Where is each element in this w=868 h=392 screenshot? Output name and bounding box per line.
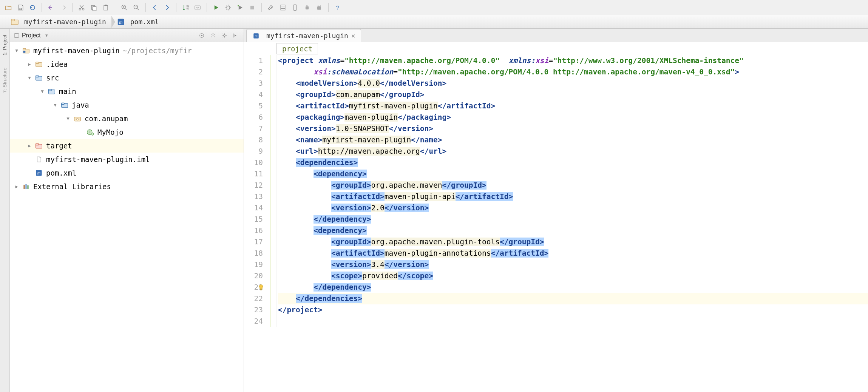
twisty-icon[interactable]: ▶ (14, 184, 20, 189)
tree-item-com-anupam[interactable]: ▼com.anupam (10, 112, 244, 125)
code-line-13[interactable]: <artifactId>maven-plugin-api</artifactId… (278, 191, 868, 202)
svg-point-28 (201, 35, 202, 36)
code-line-10[interactable]: <dependencies> (278, 157, 868, 168)
code-line-9[interactable]: <url>http://maven.apache.org</url> (278, 146, 868, 157)
code-line-23[interactable]: </project> (278, 304, 868, 316)
run-button[interactable] (211, 2, 221, 13)
debug-button[interactable] (223, 2, 233, 13)
code-line-24[interactable] (278, 316, 868, 327)
twisty-icon[interactable]: ▶ (26, 62, 32, 67)
code-line-20[interactable]: <scope>provided</scope> (278, 270, 868, 282)
tree-item-myfirst-maven-plugin[interactable]: ▼myfirst-maven-plugin~/projects/myfir (10, 44, 244, 57)
tree-item-external-libraries[interactable]: ▶External Libraries (10, 180, 244, 193)
project-tree[interactable]: ▼myfirst-maven-plugin~/projects/myfir▶.i… (10, 42, 244, 392)
twisty-icon[interactable]: ▼ (65, 116, 71, 121)
undo-button[interactable] (46, 2, 56, 13)
code-line-16[interactable]: <dependency> (278, 225, 868, 236)
code-line-2[interactable]: xsi:schemaLocation="http://maven.apache.… (278, 66, 868, 78)
hide-panel-icon[interactable] (232, 31, 240, 40)
zoom-out-button[interactable] (131, 2, 142, 13)
code-line-18[interactable]: <artifactId>maven-plugin-annotations</ar… (278, 248, 868, 259)
code-line-15[interactable]: </dependency> (278, 214, 868, 225)
svg-rect-13 (238, 5, 239, 6)
phone-v-button[interactable] (290, 2, 300, 13)
sort-button[interactable]: 0101 (180, 2, 191, 13)
tool-tab-project[interactable]: 1: Project (1, 32, 8, 58)
svg-rect-32 (23, 51, 26, 53)
twisty-icon[interactable]: ▼ (52, 102, 58, 108)
close-tab-icon[interactable]: × (351, 32, 355, 40)
tree-item-label: External Libraries (33, 182, 111, 191)
gear-icon[interactable] (220, 31, 229, 40)
coverage-button[interactable] (235, 2, 246, 13)
svg-rect-47 (36, 144, 39, 145)
svg-rect-14 (250, 6, 254, 9)
code-line-17[interactable]: <groupId>org.apache.maven.plugin-tools</… (278, 236, 868, 248)
toolbar-separator (72, 3, 73, 12)
twisty-icon[interactable]: ▼ (14, 48, 20, 53)
twisty-icon[interactable]: ▶ (26, 143, 32, 148)
tree-item-java[interactable]: ▼java (10, 98, 244, 112)
scroll-to-target-icon[interactable] (198, 31, 206, 40)
tree-item-label: .idea (46, 60, 68, 68)
cut-button[interactable] (76, 2, 87, 13)
tool-tab-structure[interactable]: 7: Structure (1, 65, 8, 95)
code-line-22[interactable]: </dependencies> (278, 293, 868, 304)
db-button[interactable] (278, 2, 288, 13)
code-line-14[interactable]: <version>2.0</version> (278, 202, 868, 214)
tree-item-mymojo[interactable]: CMyMojo (10, 125, 244, 139)
chevron-down-icon[interactable]: ▾ (45, 32, 48, 38)
back-button[interactable] (150, 2, 160, 13)
stop-button[interactable] (247, 2, 258, 13)
open-folder-button[interactable] (3, 2, 14, 13)
code-line-12[interactable]: <groupId>org.apache.maven</groupId> (278, 180, 868, 191)
code-line-7[interactable]: <version>1.0-SNAPSHOT</version> (278, 123, 868, 134)
tree-item-pom-xml[interactable]: mpom.xml (10, 166, 244, 180)
editor-tab-bar: m myfirst-maven-plugin × (244, 29, 868, 42)
fold-column[interactable] (268, 55, 276, 327)
code-line-19[interactable]: <version>3.4</version> (278, 259, 868, 270)
code-content[interactable]: <project xmlns="http://maven.apache.org/… (276, 55, 868, 392)
help-button[interactable]: ? (332, 2, 343, 13)
zoom-in-button[interactable] (119, 2, 130, 13)
collapse-all-icon[interactable] (209, 31, 217, 40)
wrench-button[interactable] (266, 2, 276, 13)
refresh-button[interactable] (27, 2, 38, 13)
save-button[interactable] (15, 2, 26, 13)
copy-button[interactable] (88, 2, 99, 13)
paste-button[interactable] (100, 2, 111, 13)
breadcrumb-project[interactable]: myfirst-maven-plugin (5, 15, 111, 28)
code-line-1[interactable]: <project xmlns="http://maven.apache.org/… (278, 55, 868, 66)
editor-tab-pom[interactable]: m myfirst-maven-plugin × (246, 29, 361, 42)
m-file-icon: m (35, 169, 43, 177)
twisty-icon[interactable]: ▼ (26, 75, 32, 80)
tree-item-target[interactable]: ▶target (10, 139, 244, 153)
xml-crumb-project[interactable]: project (276, 43, 318, 54)
code-line-3[interactable]: <modelVersion>4.0.0</modelVersion> (278, 78, 868, 89)
redo-button[interactable] (58, 2, 68, 13)
code-line-6[interactable]: <packaging>maven-plugin</packaging> (278, 112, 868, 123)
tree-item-src[interactable]: ▼src (10, 71, 244, 85)
intention-bulb-icon[interactable] (257, 283, 265, 292)
breadcrumb-file[interactable]: m pom.xml (111, 15, 164, 28)
tree-item--idea[interactable]: ▶.idea (10, 57, 244, 71)
android-sm-button[interactable] (302, 2, 312, 13)
dropdown-button[interactable] (192, 2, 203, 13)
tree-item-myfirst-maven-plugin-iml[interactable]: myfirst-maven-plugin.iml (10, 153, 244, 166)
svg-rect-20 (317, 6, 321, 9)
code-line-4[interactable]: <groupId>com.anupam</groupId> (278, 89, 868, 100)
editor[interactable]: 123456789101112131415161718192021222324 … (244, 55, 868, 392)
code-line-5[interactable]: <artifactId>myfirst-maven-plugin</artifa… (278, 100, 868, 112)
package-icon (73, 114, 82, 123)
code-line-8[interactable]: <name>myfirst-maven-plugin</name> (278, 134, 868, 146)
project-folder-icon (22, 46, 30, 55)
code-line-21[interactable]: </dependency> (278, 282, 868, 293)
class-icon: C (86, 128, 94, 136)
code-line-11[interactable]: <dependency> (278, 168, 868, 180)
forward-button[interactable] (162, 2, 172, 13)
twisty-icon[interactable]: ▼ (39, 89, 45, 94)
tree-item-main[interactable]: ▼main (10, 85, 244, 98)
tree-item-label: main (59, 87, 76, 96)
android-button[interactable] (314, 2, 324, 13)
svg-text:01: 01 (187, 7, 190, 10)
